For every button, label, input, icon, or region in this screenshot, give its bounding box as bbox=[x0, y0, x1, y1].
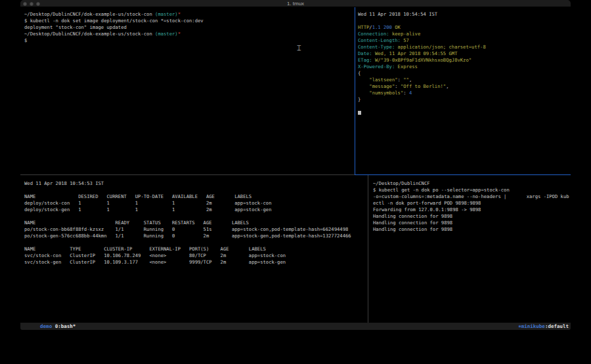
terminal-window: 1. tmux ~/Desktop/DublinCNCF/dok-example… bbox=[20, 0, 571, 330]
pane-divider-horizontal-left[interactable] bbox=[20, 174, 355, 175]
terminal-line bbox=[358, 18, 569, 24]
terminal-line: Handling connection for 9898 bbox=[373, 213, 570, 220]
terminal-line: Wed 11 Apr 2018 10:54:53 IST bbox=[24, 180, 366, 187]
terminal-line: Date: Wed, 11 Apr 2018 09:54:55 GMT bbox=[358, 51, 569, 57]
terminal-line: Handling connection for 9898 bbox=[373, 220, 570, 226]
terminal-line: svc/stock-con ClusterIP 10.106.78.249 <n… bbox=[24, 253, 366, 259]
pane-divider-vertical-bottom[interactable] bbox=[368, 175, 368, 323]
terminal-line bbox=[24, 213, 366, 220]
terminal-line: Content-Type: application/json; charset=… bbox=[358, 44, 569, 51]
terminal-line: HTTP/1.1 200 OK bbox=[358, 24, 569, 31]
pane-kubectl-get[interactable]: Wed 11 Apr 2018 10:54:53 IST NAME DESIRE… bbox=[24, 180, 366, 322]
pane-divider-vertical-top[interactable] bbox=[355, 7, 355, 174]
window-title: 1. tmux bbox=[20, 0, 571, 7]
terminal-line: Connection: keep-alive bbox=[358, 31, 569, 37]
terminal-line: "numsymbols": 4 bbox=[358, 90, 569, 96]
terminal-line: ETag: W/"39-0xBPf9aF1dXVNkhsxoBQgJ8vKzo" bbox=[358, 57, 569, 64]
terminal-line: Content-Length: 57 bbox=[358, 37, 569, 44]
terminal-line: ectl -n dok port-forward POD 9898:9898 bbox=[373, 200, 570, 207]
tmux-status-bar: demo 0:bash* ⎈minikube:default bbox=[20, 323, 571, 330]
kube-context-name: minikube bbox=[521, 323, 545, 329]
terminal-line: $ kubectl -n dok set image deployment/st… bbox=[24, 18, 353, 24]
terminal-cursor bbox=[358, 111, 361, 115]
kube-context-indicator: ⎈minikube:default bbox=[500, 315, 569, 330]
terminal-line bbox=[24, 239, 366, 246]
terminal-line: Handling connection for 9898 bbox=[373, 226, 570, 233]
terminal-line: svc/stock-gen ClusterIP 10.109.3.177 <no… bbox=[24, 259, 366, 266]
terminal-line: deploy/stock-con 1 1 1 1 2m app=stock-co… bbox=[24, 200, 366, 207]
terminal-line: $ bbox=[24, 37, 353, 44]
i-beam-pointer-icon: ⌶ bbox=[297, 45, 301, 52]
terminal-line: X-Powered-By: Express bbox=[358, 64, 569, 70]
pane-shell-set-image[interactable]: ~/Desktop/DublinCNCF/dok-example-us/stoc… bbox=[24, 11, 353, 174]
terminal-line: ~/Desktop/DublinCNCF/dok-example-us/stoc… bbox=[24, 31, 353, 37]
terminal-line: po/stock-gen-576cc688bb-44kmn 1/1 Runnin… bbox=[24, 233, 366, 239]
terminal-line bbox=[358, 110, 569, 116]
terminal-line: deploy/stock-gen 1 1 1 1 2m app=stock-ge… bbox=[24, 207, 366, 213]
window-tab-bash[interactable]: 0:bash* bbox=[55, 323, 76, 329]
window-title-bar: 1. tmux bbox=[20, 0, 571, 7]
pane-port-forward[interactable]: ~/Desktop/DublinCNCF$ kubectl get -n dok… bbox=[373, 180, 570, 322]
terminal-line bbox=[24, 187, 366, 193]
terminal-line: ~/Desktop/DublinCNCF/dok-example-us/stoc… bbox=[24, 11, 353, 18]
terminal-line: po/stock-con-bb68f88fd-kzsxz 1/1 Running… bbox=[24, 226, 366, 233]
terminal-line: { bbox=[358, 70, 569, 77]
pane-divider-horizontal-right[interactable] bbox=[355, 174, 571, 175]
kube-namespace: :default bbox=[545, 323, 569, 329]
terminal-line: Forwarding from 127.0.0.1:9898 -> 9898 bbox=[373, 207, 570, 213]
pane-http-response[interactable]: Wed 11 Apr 2018 10:54:54 IST HTTP/1.1 20… bbox=[358, 11, 569, 174]
terminal-line bbox=[358, 103, 569, 110]
terminal-line: "message": "Off to Berlin!", bbox=[358, 83, 569, 90]
terminal-line: NAME DESIRED CURRENT UP-TO-DATE AVAILABL… bbox=[24, 193, 366, 200]
session-name-badge: demo bbox=[40, 323, 52, 329]
terminal-line: } bbox=[358, 96, 569, 103]
terminal-line: NAME TYPE CLUSTER-IP EXTERNAL-IP PORT(S)… bbox=[24, 246, 366, 253]
terminal-line: deployment "stock-con" image updated bbox=[24, 24, 353, 31]
tmux-session-area: ~/Desktop/DublinCNCF/dok-example-us/stoc… bbox=[20, 7, 571, 323]
terminal-line: -o=custom-columns=:metadata.name --no-he… bbox=[373, 193, 570, 200]
terminal-line: NAME READY STATUS RESTARTS AGE LABELS bbox=[24, 220, 366, 226]
terminal-line: "lastseen": "", bbox=[358, 77, 569, 83]
terminal-line: ~/Desktop/DublinCNCF bbox=[373, 180, 570, 187]
terminal-line: $ kubectl get -n dok po --selector=app=s… bbox=[373, 187, 570, 193]
terminal-line: Wed 11 Apr 2018 10:54:54 IST bbox=[358, 11, 569, 18]
